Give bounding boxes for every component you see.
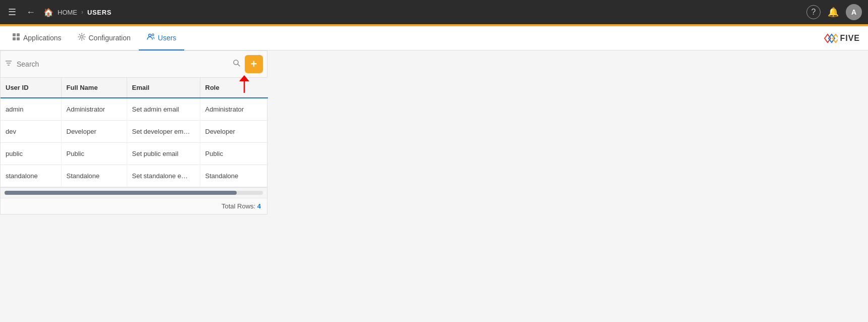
home-label[interactable]: HOME [58,9,77,16]
table-row[interactable]: dev Developer Set developer em… Develope… [1,121,268,143]
table-header-row: User ID Full Name Email Role [1,78,268,98]
cell-userid: public [1,143,61,165]
help-button[interactable]: ? [806,5,821,19]
total-rows-label: Total Rows: [222,202,255,210]
notification-icon: 🔔 [828,7,839,18]
svg-rect-2 [13,37,16,40]
cell-email: Set admin email [127,98,200,121]
cell-userid: dev [1,121,61,143]
cell-role: Public [200,143,268,165]
cell-role: Developer [200,121,268,143]
menu-button[interactable]: ☰ [6,5,18,20]
notification-button[interactable]: 🔔 [828,7,839,18]
scrollbar-area[interactable] [1,187,267,198]
cell-email: Set public email [127,143,200,165]
col-header-role: Role [200,78,268,98]
col-header-userid: User ID [1,78,61,98]
search-icon [233,59,241,69]
search-input[interactable] [17,60,229,68]
cell-email: Set developer em… [127,121,200,143]
cell-userid: standalone [1,165,61,187]
table-row[interactable]: admin Administrator Set admin email Admi… [1,98,268,121]
cell-email: Set standalone e… [127,165,200,187]
topbar: ☰ ← 🏠 HOME › USERS ? 🔔 A [0,0,868,24]
scrollbar-thumb[interactable] [5,191,237,195]
main-content: + User ID Full Name Email Role [0,50,868,322]
help-icon: ? [811,8,816,17]
table-footer: Total Rows: 4 [1,198,267,214]
svg-point-5 [148,34,151,37]
tabbar: Applications Configuration Users [0,26,868,50]
breadcrumb-separator: › [81,9,83,16]
scrollbar-track[interactable] [5,191,263,195]
tab-applications-label: Applications [23,34,62,42]
filter-icon [5,59,13,69]
svg-rect-1 [17,33,20,36]
applications-icon [12,33,20,43]
svg-marker-13 [239,75,249,81]
avatar[interactable]: A [846,4,862,20]
five-logo: FIVE [824,33,860,43]
breadcrumb: 🏠 HOME › USERS [43,8,112,17]
table-row[interactable]: standalone Standalone Set standalone e… … [1,165,268,187]
tab-configuration[interactable]: Configuration [70,27,139,50]
svg-point-4 [80,36,83,38]
cell-role: Standalone [200,165,268,187]
tab-applications[interactable]: Applications [4,27,70,50]
tab-users-label: Users [158,34,177,42]
col-header-fullname: Full Name [61,78,127,98]
add-button[interactable]: + [245,55,263,73]
cell-fullname: Developer [61,121,127,143]
users-icon [147,33,155,43]
cell-fullname: Public [61,143,127,165]
svg-rect-0 [13,33,16,36]
svg-line-11 [238,64,240,66]
svg-point-6 [152,34,154,36]
total-rows-count: 4 [257,202,261,210]
tab-users[interactable]: Users [139,27,185,50]
svg-rect-3 [17,37,20,40]
back-button[interactable]: ← [24,5,37,20]
five-logo-text: FIVE [840,34,860,43]
cell-fullname: Administrator [61,98,127,121]
table-row[interactable]: public Public Set public email Public [1,143,268,165]
col-header-email: Email [127,78,200,98]
configuration-icon [78,33,86,43]
users-table: User ID Full Name Email Role admin Admin… [1,78,268,187]
tab-configuration-label: Configuration [89,34,131,42]
topbar-left: ☰ ← 🏠 HOME › USERS [6,5,806,20]
cell-fullname: Standalone [61,165,127,187]
cell-role: Administrator [200,98,268,121]
topbar-right: ? 🔔 A [806,4,862,20]
table-panel: + User ID Full Name Email Role [0,50,267,214]
home-icon: 🏠 [43,8,53,17]
search-bar: + [1,51,267,78]
cell-userid: admin [1,98,61,121]
current-page-label: USERS [87,9,112,16]
red-arrow [237,75,252,95]
